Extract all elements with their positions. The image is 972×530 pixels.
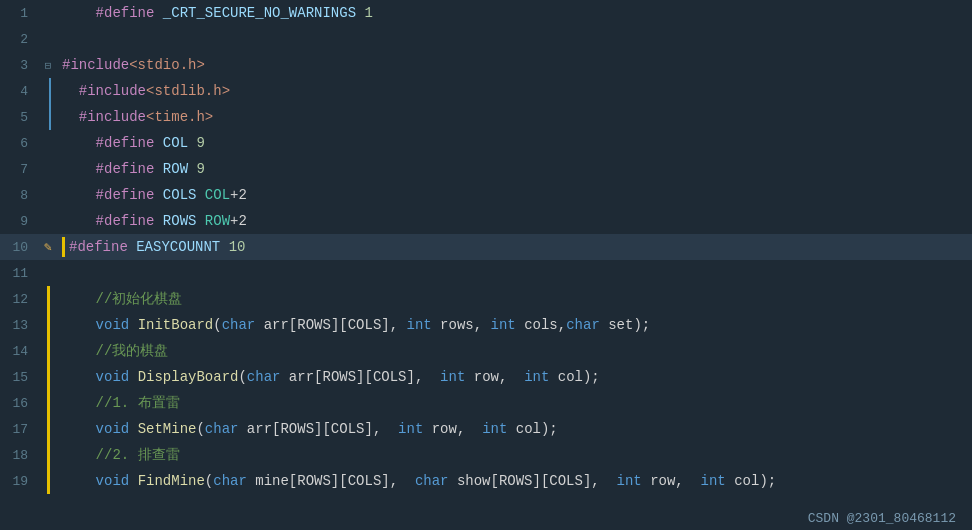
code-line-12: 12 //初始化棋盘 [0, 286, 972, 312]
yellow-bar [47, 442, 50, 468]
line-content-16: //1. 布置雷 [58, 390, 972, 416]
code-line-14: 14 //我的棋盘 [0, 338, 972, 364]
line-content-14: //我的棋盘 [58, 338, 972, 364]
line-content-19: void FindMine(char mine[ROWS][COLS], cha… [58, 468, 972, 494]
yellow-bar [47, 338, 50, 364]
line-content-1: #define _CRT_SECURE_NO_WARNINGS 1 [58, 0, 972, 26]
yellow-bar [47, 312, 50, 338]
line-number-14: 14 [0, 344, 38, 359]
line-content-3: #include<stdio.h> [58, 52, 972, 78]
yellow-bar [47, 390, 50, 416]
code-line-19: 19 void FindMine(char mine[ROWS][COLS], … [0, 468, 972, 494]
gutter-16 [38, 390, 58, 416]
code-lines: 1 #define _CRT_SECURE_NO_WARNINGS 123⊟#i… [0, 0, 972, 494]
indent-bar [49, 78, 51, 104]
line-content-7: #define ROW 9 [58, 156, 972, 182]
pencil-icon: ✎ [44, 239, 52, 255]
line-content-10: #define EASYCOUNNT 10 [58, 234, 972, 260]
highlight-bar [62, 237, 65, 257]
line-number-11: 11 [0, 266, 38, 281]
line-number-18: 18 [0, 448, 38, 463]
code-line-10: 10✎#define EASYCOUNNT 10 [0, 234, 972, 260]
line-number-7: 7 [0, 162, 38, 177]
line-content-6: #define COL 9 [58, 130, 972, 156]
code-line-7: 7 #define ROW 9 [0, 156, 972, 182]
code-line-15: 15 void DisplayBoard(char arr[ROWS][COLS… [0, 364, 972, 390]
yellow-bar [47, 364, 50, 390]
code-editor: 1 #define _CRT_SECURE_NO_WARNINGS 123⊟#i… [0, 0, 972, 530]
line-number-17: 17 [0, 422, 38, 437]
gutter-19 [38, 468, 58, 494]
line-content-4: #include<stdlib.h> [58, 78, 972, 104]
line-content-12: //初始化棋盘 [58, 286, 972, 312]
code-line-2: 2 [0, 26, 972, 52]
line-number-16: 16 [0, 396, 38, 411]
code-line-17: 17 void SetMine(char arr[ROWS][COLS], in… [0, 416, 972, 442]
line-number-1: 1 [0, 6, 38, 21]
line-number-13: 13 [0, 318, 38, 333]
line-content-13: void InitBoard(char arr[ROWS][COLS], int… [58, 312, 972, 338]
code-line-13: 13 void InitBoard(char arr[ROWS][COLS], … [0, 312, 972, 338]
yellow-bar [47, 416, 50, 442]
line-content-8: #define COLS COL+2 [58, 182, 972, 208]
code-line-9: 9 #define ROWS ROW+2 [0, 208, 972, 234]
yellow-bar [47, 286, 50, 312]
code-line-4: 4 #include<stdlib.h> [0, 78, 972, 104]
gutter-12 [38, 286, 58, 312]
line-number-2: 2 [0, 32, 38, 47]
code-line-3: 3⊟#include<stdio.h> [0, 52, 972, 78]
code-line-5: 5 #include<time.h> [0, 104, 972, 130]
line-content-17: void SetMine(char arr[ROWS][COLS], int r… [58, 416, 972, 442]
line-number-6: 6 [0, 136, 38, 151]
line-number-12: 12 [0, 292, 38, 307]
gutter-14 [38, 338, 58, 364]
collapse-icon[interactable]: ⊟ [45, 59, 52, 72]
line-number-15: 15 [0, 370, 38, 385]
line-content-15: void DisplayBoard(char arr[ROWS][COLS], … [58, 364, 972, 390]
gutter-18 [38, 442, 58, 468]
code-line-6: 6 #define COL 9 [0, 130, 972, 156]
gutter-15 [38, 364, 58, 390]
line-number-3: 3 [0, 58, 38, 73]
code-line-8: 8 #define COLS COL+2 [0, 182, 972, 208]
footer-watermark: CSDN @2301_80468112 [792, 507, 972, 530]
gutter-5 [38, 104, 58, 130]
gutter-10: ✎ [38, 239, 58, 255]
line-number-8: 8 [0, 188, 38, 203]
line-number-10: 10 [0, 240, 38, 255]
line-number-9: 9 [0, 214, 38, 229]
line-content-9: #define ROWS ROW+2 [58, 208, 972, 234]
gutter-13 [38, 312, 58, 338]
line-number-19: 19 [0, 474, 38, 489]
gutter-17 [38, 416, 58, 442]
line-content-5: #include<time.h> [58, 104, 972, 130]
code-line-18: 18 //2. 排查雷 [0, 442, 972, 468]
code-line-11: 11 [0, 260, 972, 286]
line-content-18: //2. 排查雷 [58, 442, 972, 468]
line-number-5: 5 [0, 110, 38, 125]
yellow-bar [47, 468, 50, 494]
gutter-3: ⊟ [38, 59, 58, 72]
code-line-1: 1 #define _CRT_SECURE_NO_WARNINGS 1 [0, 0, 972, 26]
indent-bar [49, 104, 51, 130]
gutter-4 [38, 78, 58, 104]
code-line-16: 16 //1. 布置雷 [0, 390, 972, 416]
line-number-4: 4 [0, 84, 38, 99]
